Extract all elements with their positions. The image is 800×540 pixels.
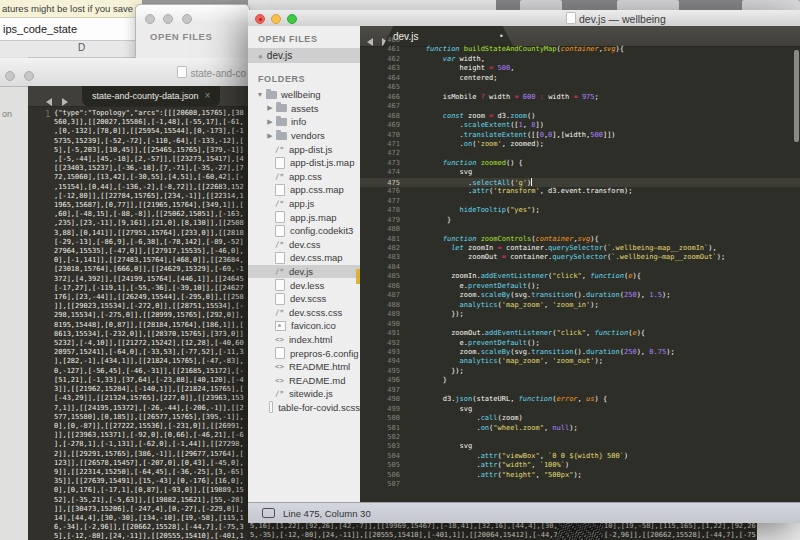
code-line-471[interactable]: 471 .on('zoom', zoomed);: [360, 140, 800, 149]
tree-item-favicon-ico[interactable]: favicon.ico: [248, 319, 360, 333]
tree-item-app-js[interactable]: /*app.js: [248, 197, 360, 211]
code-line-461[interactable]: 461 function buildStateAndCountyMap(cont…: [360, 45, 800, 54]
tree-item-dev-js[interactable]: /*dev.js: [248, 265, 360, 279]
code-line-501[interactable]: 501 .on("wheel.zoom", null);: [360, 424, 800, 433]
tree-item-wellbeing[interactable]: ▼wellbeing: [248, 88, 360, 102]
code-line-498[interactable]: 498 d3.json(stateURL, function(error, us…: [360, 395, 800, 404]
code-line-485[interactable]: 485 zoomIn.addEventListener("click", fun…: [360, 272, 800, 281]
code-line-487[interactable]: 487 zoom.scaleBy(svg.transition().durati…: [360, 291, 800, 300]
traffic-lights[interactable]: [255, 14, 297, 24]
code-line-496[interactable]: 496 }: [360, 376, 800, 385]
code-line-489[interactable]: 489 });: [360, 310, 800, 319]
tree-item-dev-scss[interactable]: dev.scss: [248, 292, 360, 306]
tree-item-app-js-map[interactable]: app.js.map: [248, 210, 360, 224]
code-line-493[interactable]: 493 zoom.scaleBy(svg.transition().durati…: [360, 348, 800, 357]
tree-item-index-html[interactable]: <>index.html: [248, 333, 360, 347]
column-header-d[interactable]: D: [78, 42, 85, 53]
code-line-504[interactable]: 504 .attr("viewBox", `0 0 ${width} 500`): [360, 452, 800, 461]
code-lines[interactable]: 460461 function buildStateAndCountyMap(c…: [360, 41, 800, 490]
tree-item-app-css-map[interactable]: app.css.map: [248, 183, 360, 197]
tree-item-prepros-6-config[interactable]: prepros-6.config: [248, 346, 360, 360]
tree-item-info[interactable]: ▶info: [248, 115, 360, 129]
code-line-470[interactable]: 470 .translateExtent([[0,0],[width,500]]…: [360, 131, 800, 140]
mini-window-titlebar[interactable]: [136, 5, 249, 23]
code-line-479[interactable]: 479 }: [360, 216, 800, 225]
code-line-467[interactable]: 467: [360, 102, 800, 111]
code-line-507[interactable]: 507: [360, 480, 800, 489]
json-content[interactable]: {"type":"Topology","arcs":[[[20608,15765…: [54, 109, 246, 540]
code-line-469[interactable]: 469 .scaleExtent([1, 8]): [360, 121, 800, 130]
tree-item-dev-css[interactable]: /*dev.css: [248, 238, 360, 252]
tab-state-and-county-data[interactable]: state-and-county-data.json ×: [82, 86, 220, 106]
tree-item-app-css[interactable]: /*app.css: [248, 170, 360, 184]
code-line-484[interactable]: 484: [360, 263, 800, 272]
code-line-477[interactable]: 477: [360, 197, 800, 206]
code-line-495[interactable]: 495 });: [360, 367, 800, 376]
code-line-475[interactable]: 475 .selectAll('g'): [360, 178, 800, 187]
minimize-button[interactable]: [163, 14, 173, 24]
code-line-506[interactable]: 506 .attr("height", "500px");: [360, 471, 800, 480]
code-editor[interactable]: dev.js • 460461 function buildStateAndCo…: [360, 26, 800, 502]
tree-item-readme-md[interactable]: <>README.md: [248, 373, 360, 387]
close-icon[interactable]: ×: [205, 86, 211, 106]
close-button[interactable]: [145, 14, 155, 24]
code-line-463[interactable]: 463 height = 500,: [360, 64, 800, 73]
chevron-right-icon[interactable]: ▶: [266, 104, 274, 112]
chevron-right-icon[interactable]: ▶: [266, 118, 274, 126]
code-line-460[interactable]: 460: [360, 36, 800, 45]
tree-item-dev-less[interactable]: dev.less: [248, 278, 360, 292]
tree-item-dev-scss-css[interactable]: /*dev.scss.css: [248, 306, 360, 320]
traffic-lights-inactive[interactable]: [5, 67, 34, 85]
code-line-500[interactable]: 500 .call(zoom): [360, 414, 800, 423]
code-line-473[interactable]: 473 function zoomed() {: [360, 159, 800, 168]
code-line-474[interactable]: 474 svg: [360, 168, 800, 177]
tree-item-config-codekit3[interactable]: config.codekit3: [248, 224, 360, 238]
code-line-462[interactable]: 462 var width,: [360, 55, 800, 64]
tree-item-table-for-covid-scss[interactable]: table-for-covid.scss: [248, 401, 360, 415]
tree-item-vendors[interactable]: ▶vendors: [248, 129, 360, 143]
code-line-502[interactable]: 502: [360, 433, 800, 442]
code-line-464[interactable]: 464 centered;: [360, 74, 800, 83]
code-line-478[interactable]: 478 hideTooltip("yes");: [360, 206, 800, 215]
code-line-490[interactable]: 490: [360, 320, 800, 329]
vertical-scrollbar-thumb[interactable]: [794, 50, 799, 142]
code-line-481[interactable]: 481 function zoomControls(container,svg)…: [360, 235, 800, 244]
code-line-466[interactable]: 466 isMobile ? width = 600 : width = 975…: [360, 93, 800, 102]
chevron-down-icon[interactable]: ▼: [256, 91, 264, 98]
tree-item-readme-html[interactable]: <>README.html: [248, 360, 360, 374]
close-button[interactable]: [5, 71, 15, 81]
tree-item-app-dist-js[interactable]: /*app-dist.js: [248, 142, 360, 156]
code-line-480[interactable]: 480: [360, 225, 800, 234]
zoom-button[interactable]: [287, 14, 297, 24]
code-line-476[interactable]: 476 .attr('transform', d3.event.transfor…: [360, 187, 800, 196]
tab-nav-arrows[interactable]: [46, 92, 68, 110]
next-tab-icon[interactable]: [62, 98, 68, 106]
traffic-lights-inactive[interactable]: [145, 10, 192, 28]
code-line-499[interactable]: 499 svg: [360, 405, 800, 414]
tree-item-assets[interactable]: ▶assets: [248, 102, 360, 116]
code-line-505[interactable]: 505 .attr("width", `100%`): [360, 461, 800, 470]
window-titlebar[interactable]: dev.js — wellbeing: [248, 10, 800, 27]
code-line-488[interactable]: 488 analytics('map_zoom', 'zoom_in');: [360, 301, 800, 310]
code-line-468[interactable]: 468 const zoom = d3.zoom(): [360, 112, 800, 121]
close-button[interactable]: [255, 14, 265, 24]
code-line-483[interactable]: 483 zoomOut = container.querySelector(`.…: [360, 253, 800, 262]
code-line-497[interactable]: 497: [360, 386, 800, 395]
minimize-button[interactable]: [271, 14, 281, 24]
minimize-button[interactable]: [24, 71, 34, 81]
code-line-492[interactable]: 492 e.preventDefault();: [360, 339, 800, 348]
cursor-position-text[interactable]: Line 475, Column 30: [283, 508, 371, 519]
tree-item-app-dist-js-map[interactable]: app-dist.js.map: [248, 156, 360, 170]
code-line-491[interactable]: 491 zoomOut.addEventListener("click", fu…: [360, 329, 800, 338]
formula-bar[interactable]: ips_code_state: [0, 18, 143, 41]
json-window-titlebar[interactable]: state-and-co: [0, 58, 248, 87]
code-line-472[interactable]: 472: [360, 149, 800, 158]
code-line-494[interactable]: 494 analytics('map_zoom', 'zoom_out');: [360, 357, 800, 366]
tree-item-dev-css-map[interactable]: dev.css.map: [248, 251, 360, 265]
open-file-devjs[interactable]: ●dev.js: [248, 48, 360, 63]
code-line-482[interactable]: 482 let zoomIn = container.querySelector…: [360, 244, 800, 253]
prev-tab-icon[interactable]: [46, 98, 52, 106]
code-line-465[interactable]: 465: [360, 83, 800, 92]
code-line-503[interactable]: 503 svg: [360, 442, 800, 451]
chevron-right-icon[interactable]: ▶: [266, 132, 274, 140]
